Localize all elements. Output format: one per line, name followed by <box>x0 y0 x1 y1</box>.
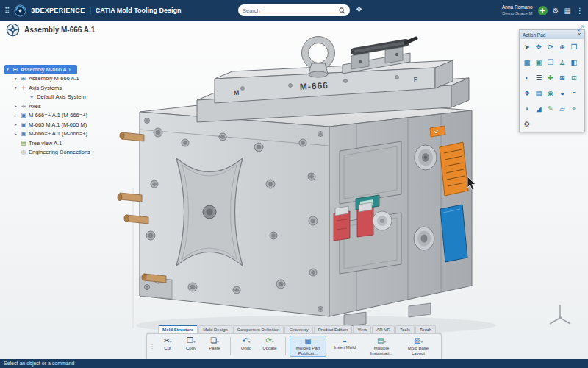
tree-item[interactable]: ▾ ✛ Axis Systems <box>4 83 123 93</box>
front-face-pocket[interactable] <box>176 158 243 266</box>
chevron-down-icon[interactable] <box>170 339 172 344</box>
action-bar-tab[interactable]: Mold Design <box>198 325 232 333</box>
tool-icon[interactable]: ▱ <box>557 104 567 113</box>
user-info[interactable]: Anna Romano Demo Space M <box>502 4 533 16</box>
apps-grid-icon[interactable]: ⠿ <box>4 7 10 15</box>
command-button[interactable]: ▦ Molded Part Publicat... <box>290 336 326 357</box>
command-button[interactable]: ❐ Copy <box>179 336 203 357</box>
tree-expand-icon[interactable]: ▾ <box>15 85 20 90</box>
tree-expand-icon[interactable]: ▸ <box>15 122 20 127</box>
top-app-bar: ⠿ 3DEXPERIENCE | CATIA Mold Tooling Desi… <box>0 0 588 21</box>
tree-item[interactable]: ▸ ▣ M-665 M A.1 (M-665 M) <box>4 120 123 130</box>
command-icon: ↶ <box>243 336 248 344</box>
command-button[interactable]: ◒ Insert Mold <box>326 336 363 357</box>
tool-icon[interactable]: ✎ <box>545 104 556 113</box>
orange-data-plate[interactable] <box>440 142 468 196</box>
tool-icon[interactable]: ☰ <box>534 73 544 82</box>
search-icon[interactable] <box>339 7 345 14</box>
command-label: Cut <box>157 346 179 355</box>
action-bar-tab[interactable]: Tools <box>395 325 415 333</box>
command-label: Update <box>259 346 281 355</box>
chevron-down-icon[interactable] <box>193 339 196 344</box>
command-button[interactable]: ▧ Mold Base Layout <box>400 336 437 357</box>
tree-item[interactable]: ▸ ✛ Axes <box>4 102 123 111</box>
status-message: Select an object or a command <box>4 361 75 366</box>
tool-icon[interactable]: ◗ <box>522 104 532 113</box>
grid-icon[interactable]: ▦ <box>564 7 571 15</box>
3dexperience-logo-icon[interactable] <box>14 4 26 17</box>
tree-item[interactable]: ▸ ▣ M-666=+ A.1 (M-666=+) <box>4 130 123 139</box>
expand-viewport-icon[interactable]: ⤢ <box>577 24 584 33</box>
tool-icon[interactable]: ⊡ <box>569 73 579 82</box>
command-icon: ✂ <box>164 336 170 344</box>
tool-icon[interactable]: ⚙ <box>522 119 532 129</box>
tool-icon[interactable]: ◒ <box>557 88 567 98</box>
tree-item[interactable]: ▸ ▣ M-666=+ A.1 (M-666=+) <box>4 111 123 121</box>
tree-expand-icon[interactable]: ▾ <box>7 67 12 71</box>
tool-icon[interactable]: ▤ <box>534 88 544 98</box>
orange-logo-plate[interactable] <box>430 126 445 137</box>
tree-item[interactable]: ◎ Engineering Connections <box>4 148 123 158</box>
action-bar-tab[interactable]: Component Definition <box>233 325 284 333</box>
tool-icon[interactable]: ◓ <box>569 88 579 98</box>
tool-icon[interactable]: ⌖ <box>569 104 579 113</box>
action-bar-tab[interactable]: Mold Structure <box>158 325 198 333</box>
chevron-down-icon[interactable] <box>272 339 274 344</box>
tree-item[interactable]: ⌖ Default Axis System <box>4 93 123 102</box>
search-input[interactable] <box>243 7 339 14</box>
command-icon: ▦ <box>304 337 311 345</box>
command-button[interactable]: ❏ Paste <box>203 336 226 357</box>
chevron-down-icon[interactable] <box>420 339 423 344</box>
tree-expand-icon[interactable]: ▸ <box>15 113 20 118</box>
chevron-down-icon[interactable] <box>384 339 386 344</box>
action-bar-tab[interactable]: Touch <box>415 325 436 333</box>
tool-icon[interactable]: ▣ <box>534 57 544 67</box>
tool-icon[interactable]: ◧ <box>569 57 579 67</box>
action-bar-tab[interactable]: AR-VR <box>372 325 395 333</box>
3d-viewport-area[interactable]: Assembly M-666 A.1 ⤢ <box>0 21 588 359</box>
tag-icon[interactable]: ❖ <box>356 5 362 13</box>
tool-icon[interactable]: ◉ <box>545 88 556 98</box>
blue-plate[interactable] <box>440 205 467 262</box>
tool-icon[interactable]: ◐ <box>522 73 532 82</box>
tool-icon[interactable]: ◢ <box>534 104 544 113</box>
command-button[interactable]: ↶ Undo <box>234 336 258 357</box>
tool-icon[interactable]: ⟳ <box>545 42 556 52</box>
tree-node-label: Tree view A.1 <box>29 140 62 146</box>
tool-icon[interactable]: ▦ <box>522 57 532 67</box>
chevron-down-icon[interactable] <box>248 339 251 344</box>
tool-icon[interactable]: ✥ <box>534 42 544 52</box>
chevron-down-icon[interactable] <box>217 339 219 344</box>
action-bar: Mold Structure Mold Design Component Def… <box>146 325 442 359</box>
action-pad-title: Action Pad <box>523 32 545 38</box>
tree-item[interactable]: ▾ ⊞ Assembly M-666 A.1 <box>4 74 123 84</box>
tree-expand-icon[interactable]: ▾ <box>15 77 20 81</box>
command-button[interactable]: ⟳ Update <box>258 336 282 357</box>
tree-item[interactable]: ▾ ⊞ Assembly M-666 A.1 <box>4 65 77 74</box>
brand-title: 3DEXPERIENCE <box>31 7 85 14</box>
tree-expand-icon[interactable]: ▸ <box>15 104 20 108</box>
command-label: Insert Mold <box>327 345 362 355</box>
tree-expand-icon[interactable]: ▸ <box>15 132 20 136</box>
axis-triad[interactable] <box>550 305 570 324</box>
drag-handle-icon[interactable]: ⋮ <box>150 336 154 357</box>
add-icon[interactable]: ✚ <box>538 6 548 15</box>
action-bar-tab[interactable]: Geometry <box>284 325 312 333</box>
tool-icon[interactable]: ➤ <box>522 42 532 52</box>
action-bar-tab[interactable]: View <box>353 325 371 333</box>
tree-node-label: M-666=+ A.1 (M-666=+) <box>29 130 87 137</box>
command-button[interactable]: ▤ Multiple Instantiati... <box>363 336 400 357</box>
tool-icon[interactable]: ⊞ <box>557 73 567 82</box>
tool-icon[interactable]: ❐ <box>545 57 556 67</box>
tool-icon[interactable]: ✚ <box>545 73 556 82</box>
wrench-icon[interactable]: ⚙ <box>553 7 559 15</box>
tool-icon[interactable]: ∡ <box>557 57 567 67</box>
tree-item[interactable]: ▤ Tree view A.1 <box>4 138 123 148</box>
compass-icon[interactable] <box>6 23 20 37</box>
tool-icon[interactable]: ⊕ <box>557 42 567 52</box>
more-icon[interactable]: ⋮ <box>576 7 584 15</box>
action-bar-tab[interactable]: Product Edition <box>314 325 353 333</box>
tool-icon[interactable]: ❖ <box>522 88 532 98</box>
command-button[interactable]: ✂ Cut <box>156 336 179 357</box>
tool-icon[interactable]: ❒ <box>569 42 579 52</box>
